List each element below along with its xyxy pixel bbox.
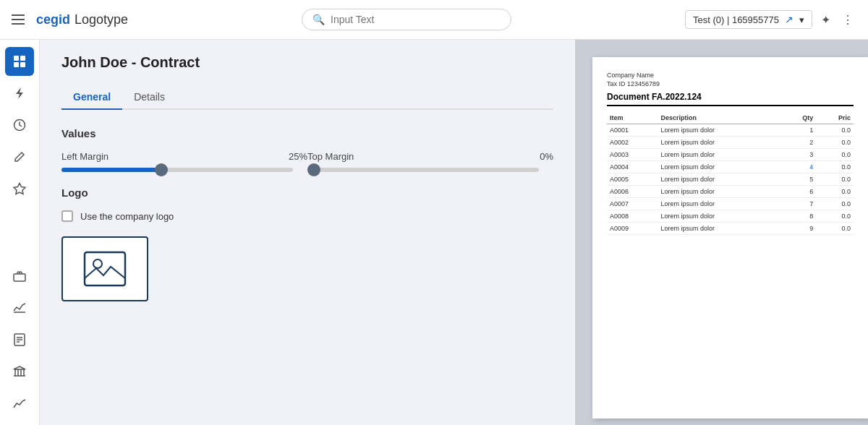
search-icon: 🔍: [312, 14, 325, 25]
account-label: Test (0) | 165955775: [693, 14, 779, 25]
sidebar-item-analytics[interactable]: [5, 389, 34, 418]
cell-item: A0006: [607, 186, 658, 198]
table-row: A0003 Lorem ipsum dolor 3 0.0: [607, 149, 854, 161]
use-company-logo-checkbox[interactable]: [61, 210, 73, 222]
cell-desc: Lorem ipsum dolor: [658, 149, 782, 161]
cell-price: 0.0: [816, 173, 854, 186]
doc-company-name: Company Name: [607, 72, 854, 79]
sidebar-item-clock[interactable]: [5, 111, 34, 139]
page-title: John Doe - Contract: [61, 54, 553, 71]
left-margin-label: Left Margin: [61, 151, 109, 162]
top-margin-slider-track[interactable]: [307, 168, 539, 172]
cell-item: A0007: [607, 198, 658, 210]
main-layout: John Doe - Contract General Details Valu…: [0, 40, 868, 425]
cell-price: 0.0: [816, 149, 854, 161]
col-header-qty: Qty: [781, 112, 816, 124]
table-row: A0004 Lorem ipsum dolor 4 0.0: [607, 161, 854, 173]
sidebar-item-briefcase[interactable]: [5, 262, 34, 291]
doc-tax-id: Tax ID 123456789: [607, 80, 854, 87]
chevron-down-icon: ▾: [799, 14, 804, 25]
cell-price: 0.0: [816, 137, 854, 149]
doc-table: Item Description Qty Pric A0001 Lorem ip…: [607, 112, 854, 235]
cell-desc: Lorem ipsum dolor: [658, 223, 782, 235]
cell-item: A0004: [607, 161, 658, 173]
logo-area: cegid Logotype: [36, 12, 128, 27]
col-header-item: Item: [607, 112, 658, 124]
sidebar-item-bolt[interactable]: [5, 79, 34, 108]
sidebar-item-edit[interactable]: [5, 142, 34, 171]
values-section-title: Values: [61, 127, 553, 139]
search-input[interactable]: [331, 14, 501, 25]
form-panel: John Doe - Contract General Details Valu…: [40, 40, 575, 425]
top-margin-slider-thumb[interactable]: [307, 163, 320, 176]
left-margin-slider-container: [61, 168, 307, 172]
table-row: A0005 Lorem ipsum dolor 5 0.0: [607, 173, 854, 186]
top-margin-slider-container: [307, 168, 553, 172]
tab-general[interactable]: General: [61, 85, 122, 110]
sidebar-item-chart[interactable]: [5, 293, 34, 322]
table-row: A0006 Lorem ipsum dolor 6 0.0: [607, 186, 854, 198]
cell-price: 0.0: [816, 210, 854, 223]
svg-rect-19: [85, 252, 125, 286]
margins-row: Left Margin 25% Top Ma: [61, 151, 553, 172]
cell-desc: Lorem ipsum dolor: [658, 137, 782, 149]
cell-price: 0.0: [816, 124, 854, 137]
table-row: A0008 Lorem ipsum dolor 8 0.0: [607, 210, 854, 223]
more-options-icon[interactable]: ⋮: [839, 10, 856, 30]
top-margin-label: Top Margin: [307, 151, 354, 162]
left-margin-slider-thumb[interactable]: [155, 163, 168, 176]
cell-qty: 8: [781, 210, 816, 223]
cell-desc: Lorem ipsum dolor: [658, 210, 782, 223]
cell-qty: 4: [781, 161, 816, 173]
header-right: Test (0) | 165955775 ↗ ▾ ✦ ⋮: [685, 10, 856, 30]
cell-qty: 5: [781, 173, 816, 186]
header: cegid Logotype 🔍 Test (0) | 165955775 ↗ …: [0, 0, 868, 40]
cell-qty: 9: [781, 223, 816, 235]
cell-desc: Lorem ipsum dolor: [658, 173, 782, 186]
cell-item: A0001: [607, 124, 658, 137]
account-badge[interactable]: Test (0) | 165955775 ↗ ▾: [685, 10, 812, 29]
cell-item: A0008: [607, 210, 658, 223]
cell-qty: 6: [781, 186, 816, 198]
external-link-icon: ↗: [785, 14, 793, 25]
sparkle-icon[interactable]: ✦: [818, 10, 833, 30]
logo-image-placeholder[interactable]: [61, 236, 148, 301]
document-preview: Company Name Tax ID 123456789 Document F…: [592, 57, 868, 418]
svg-rect-2: [14, 62, 19, 67]
svg-point-20: [93, 259, 102, 268]
logo-section: Logo Use the company logo: [61, 186, 553, 301]
cell-desc: Lorem ipsum dolor: [658, 161, 782, 173]
sidebar-item-bank[interactable]: [5, 357, 34, 386]
top-margin-block: Top Margin 0%: [307, 151, 553, 172]
tab-details[interactable]: Details: [122, 85, 176, 110]
cell-price: 0.0: [816, 223, 854, 235]
table-row: A0001 Lorem ipsum dolor 1 0.0: [607, 124, 854, 137]
cell-qty: 2: [781, 137, 816, 149]
left-margin-block: Left Margin 25%: [61, 151, 307, 172]
left-margin-slider-track[interactable]: [61, 168, 293, 172]
top-margin-value: 0%: [540, 151, 553, 162]
sidebar-item-grid[interactable]: [5, 47, 34, 76]
svg-rect-0: [14, 56, 19, 61]
menu-icon[interactable]: [12, 14, 25, 25]
cell-price: 0.0: [816, 161, 854, 173]
cell-desc: Lorem ipsum dolor: [658, 124, 782, 137]
col-header-price: Pric: [816, 112, 854, 124]
cell-desc: Lorem ipsum dolor: [658, 198, 782, 210]
col-header-description: Description: [658, 112, 782, 124]
sidebar-item-doc[interactable]: [5, 325, 34, 354]
cell-desc: Lorem ipsum dolor: [658, 186, 782, 198]
tabs: General Details: [61, 85, 553, 110]
sidebar-item-star[interactable]: [5, 174, 34, 203]
use-company-logo-row: Use the company logo: [61, 210, 553, 222]
cell-qty: 7: [781, 198, 816, 210]
cell-item: A0005: [607, 173, 658, 186]
svg-rect-3: [20, 62, 25, 67]
logo-brand: cegid: [36, 12, 70, 27]
use-company-logo-label: Use the company logo: [80, 211, 174, 222]
table-row: A0009 Lorem ipsum dolor 9 0.0: [607, 223, 854, 235]
cell-price: 0.0: [816, 186, 854, 198]
logo-type: Logotype: [75, 12, 128, 27]
search-bar[interactable]: 🔍: [302, 9, 511, 30]
svg-marker-6: [14, 184, 25, 194]
